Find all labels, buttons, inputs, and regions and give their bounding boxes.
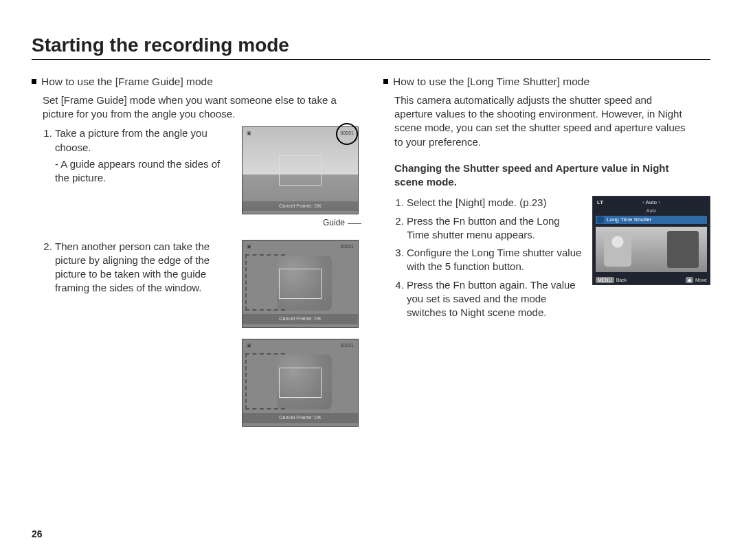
step-1: Take a picture from the angle you choose… (55, 126, 232, 185)
guide-callout-label: Guide (242, 217, 361, 228)
lt-foot-back: MENUBack (596, 277, 627, 283)
subhead-frame-guide: How to use the [Frame Guide] mode (32, 75, 359, 89)
screenshot-frame-2: ▣00001 Cancel Frame: OK (242, 240, 359, 328)
screenshot-lt-menu: LT Auto Auto Long Time Shutter MENUBack … (592, 196, 710, 285)
step-1-text: Take a picture from the angle you choose… (55, 127, 207, 153)
bold-heading-change-shutter: Changing the Shutter speed and Aperture … (394, 161, 690, 190)
lt-tab: Auto (593, 199, 710, 207)
intro-long-time: This camera automatically adjusts the sh… (394, 93, 690, 149)
lt-step-2: Press the Fn button and the Long Time sh… (407, 214, 583, 243)
subhead-long-time: How to use the [Long Time Shutter] mode (383, 75, 710, 89)
page-number: 26 (32, 528, 43, 539)
col-frame-guide: How to use the [Frame Guide] mode Set [F… (32, 75, 359, 449)
bullet-icon (383, 79, 388, 84)
lt-menu-bar: Long Time Shutter (596, 216, 707, 224)
lt-step-3: Configure the Long Time shutter value wi… (407, 246, 583, 274)
screenshot-frame-1: ▣00001 Cancel Frame: OK Guide (242, 126, 359, 228)
step-1-note: - A guide appears round the sides of the… (55, 157, 232, 186)
lt-step-1: Select the [Night] mode. (p.23) (407, 196, 583, 210)
osd-cancel-frame: Cancel Frame: OK (243, 201, 358, 211)
step-2: Then another person can take the picture… (55, 240, 232, 295)
lt-foot-move: ◆Move (686, 277, 707, 283)
page-title: Starting the recording mode (32, 34, 710, 60)
subhead-text: How to use the [Frame Guide] mode (41, 75, 213, 89)
osd-counter: 00001 (341, 243, 354, 249)
intro-frame-guide: Set [Frame Guide] mode when you want som… (43, 93, 338, 122)
subhead-text: How to use the [Long Time Shutter] mode (393, 75, 589, 89)
lt-step-4: Press the Fn button again. The value you… (407, 278, 583, 320)
osd-cancel-frame: Cancel Frame: OK (243, 314, 358, 324)
col-long-time-shutter: How to use the [Long Time Shutter] mode … (383, 75, 710, 449)
bullet-icon (32, 79, 36, 84)
osd-counter: 00001 (341, 130, 354, 136)
screenshot-frame-3: ▣00001 Cancel Frame: OK (242, 339, 359, 427)
osd-cancel-frame: Cancel Frame: OK (243, 413, 358, 423)
lt-tab-sub: Auto (593, 208, 710, 214)
osd-counter: 00001 (341, 342, 354, 348)
